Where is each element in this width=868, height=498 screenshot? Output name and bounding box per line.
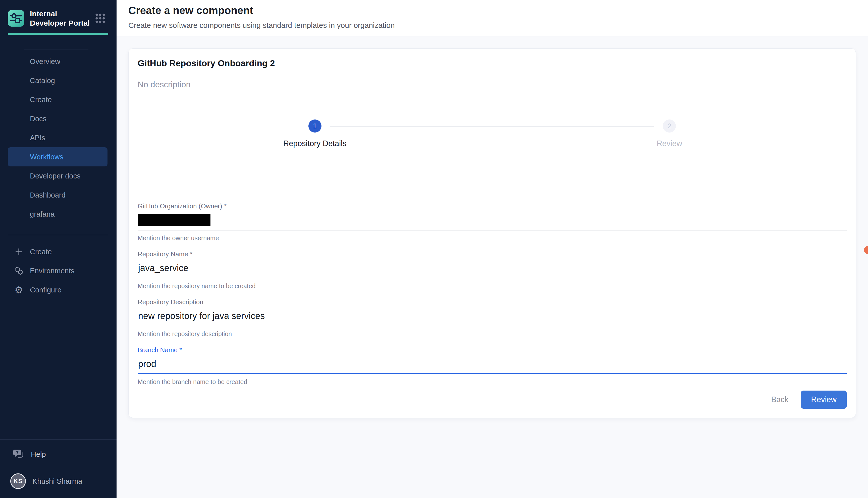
repository-name-row xyxy=(138,259,847,278)
sidebar-item-workflows[interactable]: Workflows xyxy=(8,147,107,167)
sidebar-secondary-nav: Create Environments ⚙ Configure xyxy=(8,235,108,300)
field-repository-description: Repository Description Mention the repos… xyxy=(138,298,847,338)
hexagons-icon xyxy=(14,266,24,276)
sidebar-item-apis[interactable]: APIs xyxy=(8,128,107,147)
user-menu[interactable]: KS Khushi Sharma xyxy=(8,473,109,489)
page-subtitle: Create new software components using sta… xyxy=(128,21,868,30)
card-description: No description xyxy=(138,80,847,89)
field-branch-name: Branch Name * Mention the branch name to… xyxy=(138,346,847,385)
help-button[interactable]: ? Help xyxy=(8,446,109,462)
form-actions: Back Review xyxy=(138,391,847,409)
logo-row: Internal Developer Portal xyxy=(0,0,117,28)
sidebar-secondary-label: Environments xyxy=(30,267,74,275)
page-title: Create a new component xyxy=(128,5,868,16)
sidebar: Internal Developer Portal Overview Catal… xyxy=(0,0,117,498)
field-github-organization: GitHub Organization (Owner) * Mention th… xyxy=(138,202,847,242)
gear-icon: ⚙ xyxy=(14,285,24,295)
sidebar-secondary-label: Create xyxy=(30,248,52,256)
repository-name-helper: Mention the repository name to be create… xyxy=(138,283,847,290)
sidebar-secondary-label: Configure xyxy=(30,286,62,294)
step-2-indicator: 2 xyxy=(663,119,676,132)
step-1-label: Repository Details xyxy=(283,139,347,148)
sidebar-nav: Overview Catalog Create Docs APIs Workfl… xyxy=(8,52,107,224)
github-organization-input[interactable] xyxy=(138,211,847,231)
sidebar-item-overview[interactable]: Overview xyxy=(8,52,107,71)
github-organization-label: GitHub Organization (Owner) * xyxy=(138,202,847,210)
sidebar-item-create[interactable]: Create xyxy=(8,90,107,109)
branch-name-row xyxy=(138,355,847,374)
app-title: Internal Developer Portal xyxy=(30,9,95,28)
form-fields: GitHub Organization (Owner) * Mention th… xyxy=(138,202,847,385)
repository-description-row xyxy=(138,307,847,326)
sidebar-item-dashboard[interactable]: Dashboard xyxy=(8,185,107,205)
step-review: 2 Review xyxy=(492,119,847,148)
sidebar-item-grafana[interactable]: grafana xyxy=(8,205,107,224)
github-organization-helper: Mention the owner username xyxy=(138,234,847,242)
redacted-value-box xyxy=(138,214,210,226)
stepper: 1 Repository Details 2 Review xyxy=(138,119,847,148)
sidebar-item-developer-docs[interactable]: Developer docs xyxy=(8,167,107,185)
field-repository-name: Repository Name * Mention the repository… xyxy=(138,250,847,290)
feedback-dot[interactable] xyxy=(864,246,868,254)
sidebar-item-configure[interactable]: ⚙ Configure xyxy=(8,280,108,300)
main-area: Create a new component Create new softwa… xyxy=(117,0,868,498)
step-connector-line xyxy=(330,126,655,127)
plus-icon xyxy=(14,248,24,256)
page-header: Create a new component Create new softwa… xyxy=(117,0,868,36)
back-button[interactable]: Back xyxy=(762,391,798,408)
user-name: Khushi Sharma xyxy=(33,477,82,485)
logo-underline-bar xyxy=(8,33,108,35)
sidebar-item-catalog[interactable]: Catalog xyxy=(8,71,107,90)
step-1-indicator: 1 xyxy=(308,119,322,132)
sidebar-item-environments[interactable]: Environments xyxy=(8,261,108,280)
repository-description-input[interactable] xyxy=(138,310,846,322)
repository-description-label: Repository Description xyxy=(138,298,847,306)
step-2-label: Review xyxy=(657,139,682,148)
apps-grid-icon[interactable] xyxy=(95,13,105,24)
step-repository-details: 1 Repository Details xyxy=(138,119,492,148)
card-title: GitHub Repository Onboarding 2 xyxy=(138,58,847,68)
branch-name-label: Branch Name * xyxy=(138,346,847,354)
sidebar-bottom-section: ? Help KS Khushi Sharma xyxy=(0,439,117,498)
app-logo-icon xyxy=(8,10,24,27)
help-label: Help xyxy=(31,450,46,459)
help-chat-icon: ? xyxy=(13,449,24,460)
sidebar-divider-top xyxy=(24,49,88,50)
repository-name-input[interactable] xyxy=(138,262,846,274)
workflow-card: GitHub Repository Onboarding 2 No descri… xyxy=(128,49,856,418)
branch-name-helper: Mention the branch name to be created xyxy=(138,378,847,385)
content-area: GitHub Repository Onboarding 2 No descri… xyxy=(117,36,868,498)
repository-description-helper: Mention the repository description xyxy=(138,330,847,338)
sidebar-item-docs[interactable]: Docs xyxy=(8,109,107,128)
user-avatar: KS xyxy=(10,473,26,489)
svg-text:?: ? xyxy=(16,450,18,456)
review-button[interactable]: Review xyxy=(801,391,847,409)
sidebar-item-create-action[interactable]: Create xyxy=(8,242,108,261)
repository-name-label: Repository Name * xyxy=(138,250,847,258)
branch-name-input[interactable] xyxy=(138,358,846,370)
